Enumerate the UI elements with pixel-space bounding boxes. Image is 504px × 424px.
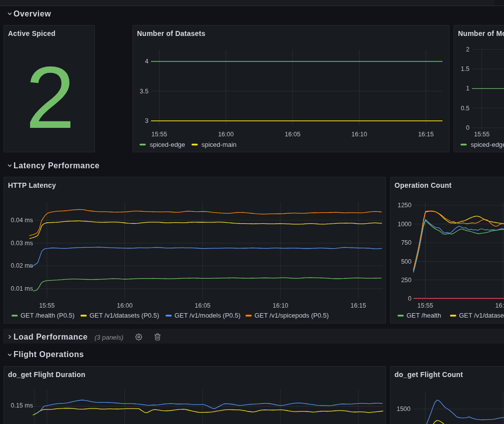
svg-text:16:00: 16:00 [496,302,504,309]
svg-text:2: 2 [26,48,74,147]
svg-text:0.01 ms: 0.01 ms [11,285,33,292]
svg-text:GET /v1/datasets: GET /v1/datasets [459,312,504,319]
svg-text:0.02 ms: 0.02 ms [11,262,33,269]
svg-text:1.5: 1.5 [461,65,470,72]
svg-text:16:10: 16:10 [272,302,288,309]
svg-text:16:05: 16:05 [195,302,210,309]
svg-text:1000: 1000 [398,221,412,228]
svg-text:1250: 1250 [398,202,412,209]
svg-text:0.15 ms: 0.15 ms [11,402,33,409]
svg-text:16:15: 16:15 [418,131,434,138]
svg-text:16:00: 16:00 [117,302,132,309]
svg-text:15:55: 15:55 [418,302,433,309]
svg-text:0.03 ms: 0.03 ms [11,240,33,247]
svg-text:4: 4 [145,58,148,65]
svg-text:1: 1 [466,85,470,92]
svg-text:1500: 1500 [396,406,410,413]
svg-text:0: 0 [466,124,470,131]
svg-text:spiced-main: spiced-main [202,141,236,148]
svg-text:15:55: 15:55 [39,302,54,309]
svg-text:0.04 ms: 0.04 ms [11,217,33,224]
svg-text:16:10: 16:10 [352,131,367,138]
svg-text:spiced-edge: spiced-edge [471,141,504,148]
svg-text:GET /health: GET /health [406,312,441,319]
svg-text:16:00: 16:00 [218,131,234,138]
svg-text:3: 3 [145,117,148,124]
svg-text:15:55: 15:55 [152,131,167,138]
svg-text:GET /health (P0.5): GET /health (P0.5) [20,312,74,319]
svg-text:GET /v1/models (P0.5): GET /v1/models (P0.5) [174,312,240,319]
svg-text:500: 500 [401,258,412,265]
svg-text:3.5: 3.5 [140,88,148,95]
svg-text:15:55: 15:55 [474,131,490,138]
svg-text:GET /v1/datasets (P0.5): GET /v1/datasets (P0.5) [90,312,159,319]
svg-text:GET /v1/spicepods (P0.5): GET /v1/spicepods (P0.5) [254,312,329,319]
svg-text:750: 750 [401,239,412,246]
svg-text:250: 250 [401,277,412,284]
svg-text:16:15: 16:15 [350,302,366,309]
svg-text:0: 0 [408,295,412,302]
svg-text:2: 2 [466,46,470,53]
svg-text:0.5: 0.5 [461,105,470,112]
svg-text:spiced-edge: spiced-edge [150,141,186,148]
svg-text:16:05: 16:05 [285,131,300,138]
